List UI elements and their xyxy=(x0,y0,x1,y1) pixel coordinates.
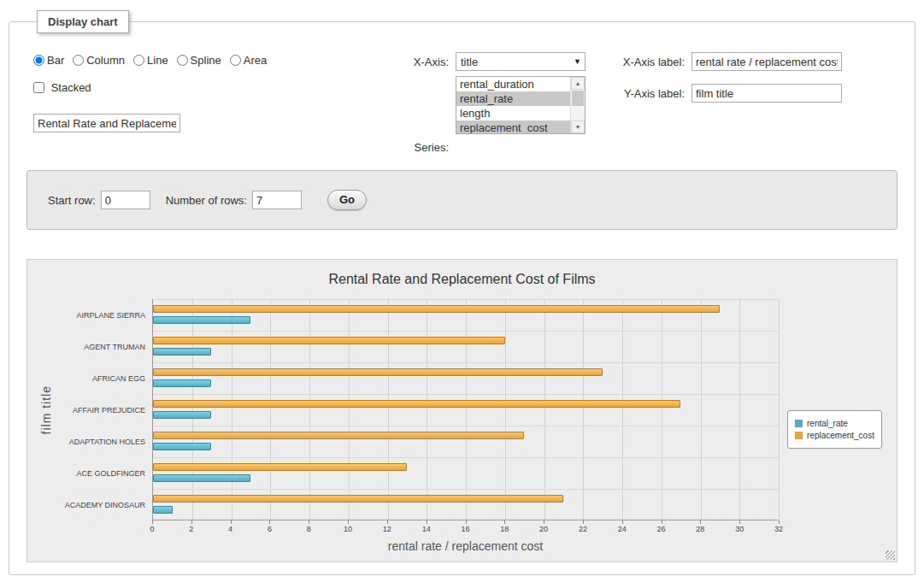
x-tick-label: 8 xyxy=(307,525,311,533)
chart-type-radio-area[interactable] xyxy=(230,55,241,66)
num-rows-input[interactable] xyxy=(252,191,302,209)
category-label: ADAPTATION HOLES xyxy=(56,426,152,457)
x-axis-label-input[interactable] xyxy=(692,52,842,71)
plot-area xyxy=(152,299,779,520)
chart-body: film title AIRPLANE SIERRAAGENT TRUMANAF… xyxy=(36,299,888,560)
gridline-vertical xyxy=(779,299,780,520)
bar-rental_rate[interactable] xyxy=(153,348,211,356)
scrollbar-thumb[interactable] xyxy=(572,91,584,106)
x-tick-mark xyxy=(466,520,467,524)
x-tick-label: 0 xyxy=(150,525,154,533)
y-axis-label-input[interactable] xyxy=(692,84,842,103)
legend-swatch-rental_rate xyxy=(795,420,803,427)
category-band xyxy=(153,426,779,457)
legend-item-rental_rate[interactable]: rental_rate xyxy=(795,419,874,428)
display-chart-legend: Display chart xyxy=(37,10,129,33)
plot-main: AIRPLANE SIERRAAGENT TRUMANAFRICAN EGGAF… xyxy=(56,299,779,520)
chart-type-radios: BarColumnLineSplineArea xyxy=(33,54,275,67)
x-tick-label: 24 xyxy=(618,525,627,533)
x-tick-mark xyxy=(544,520,544,524)
bar-rental_rate[interactable] xyxy=(153,474,250,482)
x-tick-label: 14 xyxy=(422,525,431,533)
series-multiselect[interactable]: rental_durationrental_ratelengthreplacem… xyxy=(456,76,586,134)
chart-type-line[interactable]: Line xyxy=(133,54,168,67)
bar-replacement_cost[interactable] xyxy=(153,432,524,439)
x-tick-label: 30 xyxy=(735,525,744,533)
plot-bands xyxy=(153,299,779,520)
bar-replacement_cost[interactable] xyxy=(153,463,407,471)
category-labels: AIRPLANE SIERRAAGENT TRUMANAFRICAN EGGAF… xyxy=(56,299,152,520)
category-band xyxy=(153,394,779,426)
x-tick-mark xyxy=(622,520,623,524)
category-label: ACE GOLDFINGER xyxy=(56,457,152,489)
chart-type-radio-bar[interactable] xyxy=(33,55,44,66)
bar-replacement_cost[interactable] xyxy=(153,368,603,376)
x-axis-ticks: 02468101214161820222426283032 xyxy=(152,520,779,538)
x-tick-mark xyxy=(387,520,388,524)
y-axis-title-col: film title xyxy=(36,299,56,520)
stacked-row: Stacked xyxy=(33,81,91,94)
x-tick-label: 12 xyxy=(383,525,391,533)
x-axis-label-label: X-Axis label: xyxy=(616,56,685,68)
x-axis-select[interactable]: title ▼ xyxy=(456,52,586,71)
bar-replacement_cost[interactable] xyxy=(153,305,720,313)
bar-rental_rate[interactable] xyxy=(153,411,211,419)
chart-type-radio-line[interactable] xyxy=(133,55,144,66)
bar-replacement_cost[interactable] xyxy=(153,495,563,503)
x-tick-mark xyxy=(231,520,232,524)
x-tick-label: 18 xyxy=(500,525,509,533)
chart-type-area[interactable]: Area xyxy=(230,54,267,67)
go-button[interactable]: Go xyxy=(327,190,367,210)
x-tick-label: 6 xyxy=(268,525,272,533)
chart-type-bar[interactable]: Bar xyxy=(33,54,64,67)
series-option-rental_rate[interactable]: rental_rate xyxy=(456,91,570,106)
x-tick-label: 2 xyxy=(189,525,193,533)
bar-rental_rate[interactable] xyxy=(153,316,250,324)
chart-controls: BarColumnLineSplineArea Stacked X-Axis: … xyxy=(26,47,898,148)
y-axis-label-label: Y-Axis label: xyxy=(616,87,685,100)
start-row-input[interactable] xyxy=(101,191,150,209)
bar-rental_rate[interactable] xyxy=(153,443,211,450)
x-tick-mark xyxy=(779,520,780,524)
scrollbar-track[interactable] xyxy=(571,90,585,121)
x-tick-label: 16 xyxy=(461,525,469,533)
bar-rental_rate[interactable] xyxy=(153,506,173,514)
bar-rental_rate[interactable] xyxy=(153,379,211,387)
x-tick-mark xyxy=(662,520,662,524)
x-tick-label: 20 xyxy=(539,525,548,533)
legend-label: rental_rate xyxy=(807,419,848,428)
category-band xyxy=(153,362,779,394)
chart-type-spline[interactable]: Spline xyxy=(177,54,221,67)
series-options: rental_durationrental_ratelengthreplacem… xyxy=(456,77,570,133)
series-option-replacement_cost[interactable]: replacement_cost xyxy=(456,121,570,133)
x-tick-mark xyxy=(739,520,740,524)
category-label: AFFAIR PREJUDICE xyxy=(56,394,152,426)
series-option-rental_duration[interactable]: rental_duration xyxy=(456,77,570,91)
scroll-up-icon[interactable]: ▲ xyxy=(571,77,585,90)
chart-title-input[interactable] xyxy=(33,114,180,132)
x-axis-label-text: X-Axis: xyxy=(389,56,449,68)
x-axis-title: rental rate / replacement cost xyxy=(152,538,779,560)
category-band xyxy=(153,457,779,489)
stacked-label-text: Stacked xyxy=(51,81,91,94)
category-label: AGENT TRUMAN xyxy=(56,331,152,362)
x-tick-mark xyxy=(583,520,584,524)
bar-replacement_cost[interactable] xyxy=(153,337,505,344)
series-label-text: Series: xyxy=(389,141,449,154)
stacked-checkbox[interactable] xyxy=(33,82,44,93)
scroll-down-icon[interactable]: ▼ xyxy=(571,121,585,133)
bar-replacement_cost[interactable] xyxy=(153,400,680,408)
stacked-checkbox-label[interactable]: Stacked xyxy=(33,81,91,94)
legend-column: rental_ratereplacement_cost xyxy=(779,299,888,560)
legend-item-replacement_cost[interactable]: replacement_cost xyxy=(795,431,874,440)
chart-type-column[interactable]: Column xyxy=(73,54,125,67)
chart-type-radio-spline[interactable] xyxy=(177,55,188,66)
x-tick-label: 28 xyxy=(696,525,704,533)
chevron-down-icon: ▼ xyxy=(574,57,581,66)
series-scrollbar[interactable]: ▲ ▼ xyxy=(570,77,585,133)
resize-handle[interactable] xyxy=(886,550,895,560)
chart-type-radio-column[interactable] xyxy=(73,55,84,66)
category-label: AIRPLANE SIERRA xyxy=(56,299,152,331)
series-option-length[interactable]: length xyxy=(456,106,570,121)
x-tick-mark xyxy=(191,520,192,524)
